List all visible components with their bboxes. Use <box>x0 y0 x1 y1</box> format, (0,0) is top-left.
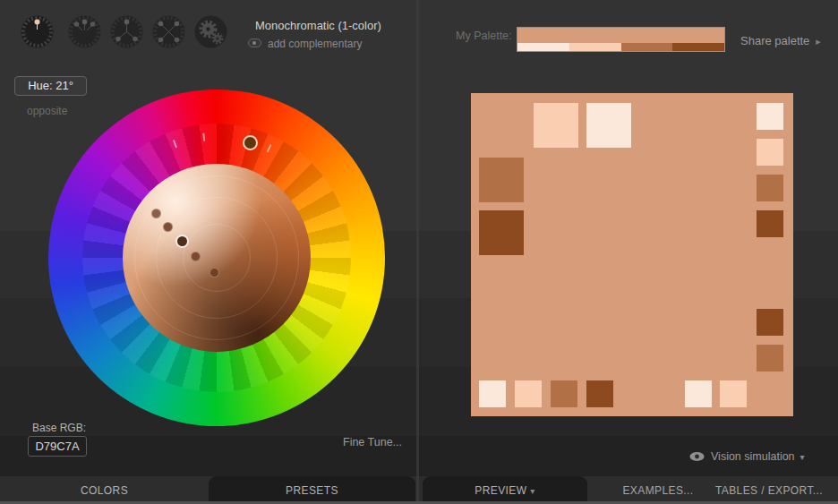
palette-shade-segment[interactable] <box>672 43 724 51</box>
chevron-down-icon: ▾ <box>530 486 534 496</box>
preview-swatch <box>720 380 747 407</box>
tab-preview-text: PREVIEW <box>475 484 526 497</box>
shade-marker[interactable] <box>210 268 219 278</box>
preview-swatch <box>757 309 783 336</box>
my-palette-strip[interactable] <box>517 27 725 52</box>
my-palette-label: My Palette: <box>456 30 512 42</box>
hue-marker[interactable] <box>243 135 258 150</box>
tab-tables-export[interactable]: TABLES / EXPORT... <box>704 484 834 497</box>
scheme-tetrad-button[interactable] <box>152 15 185 48</box>
preview-swatch <box>757 139 783 166</box>
tab-preview-label[interactable]: PREVIEW ▾ <box>423 484 587 497</box>
vision-simulation-control[interactable]: Vision simulation ▾ <box>689 449 805 464</box>
share-palette-label: Share palette <box>740 34 809 47</box>
palette-base-band <box>517 28 724 43</box>
chevron-right-icon: ▸ <box>816 36 821 47</box>
preview-swatch <box>685 380 712 407</box>
preview-swatch <box>515 380 542 407</box>
scheme-triad-button[interactable] <box>110 15 143 48</box>
preview-swatch <box>479 380 506 407</box>
hue-value-button[interactable]: Hue: 21° <box>14 76 87 96</box>
preview-swatch <box>586 380 613 407</box>
palette-shade-segment[interactable] <box>517 43 569 51</box>
scheme-monochromatic-button[interactable] <box>21 15 54 48</box>
preview-swatch <box>479 158 524 202</box>
preview-swatch <box>534 103 578 148</box>
adjacent-colors-dial-icon <box>68 15 101 48</box>
add-complementary-label: add complementary <box>268 38 362 50</box>
palette-shade-segment[interactable] <box>569 43 621 51</box>
fine-tune-link[interactable]: Fine Tune... <box>343 436 402 448</box>
tab-presets-label[interactable]: PRESETS <box>209 484 415 497</box>
share-palette-link[interactable]: Share palette▸ <box>740 34 821 47</box>
scheme-title: Monochromatic (1-color) <box>255 19 381 32</box>
shade-marker[interactable] <box>151 209 161 218</box>
preview-swatch <box>479 210 524 255</box>
preview-swatch <box>586 103 631 148</box>
shade-marker-selected[interactable] <box>175 235 189 248</box>
vision-simulation-label: Vision simulation <box>711 450 795 463</box>
base-rgb-input[interactable] <box>28 436 87 457</box>
preview-swatch <box>757 175 783 201</box>
eye-icon <box>689 451 705 462</box>
add-complementary-radio[interactable] <box>248 38 261 47</box>
tetrad-dial-icon <box>152 15 185 48</box>
triad-dial-icon <box>110 15 143 48</box>
preview-canvas <box>471 93 793 416</box>
gears-icon <box>194 15 227 48</box>
opposite-label[interactable]: opposite <box>27 105 67 117</box>
shade-marker[interactable] <box>163 222 173 232</box>
chevron-down-icon: ▾ <box>800 452 805 462</box>
base-rgb-label: Base RGB: <box>32 422 86 434</box>
preview-swatch <box>757 345 783 372</box>
palette-shade-segment[interactable] <box>621 43 673 51</box>
preview-swatch <box>551 380 577 407</box>
saturation-brightness-disk[interactable] <box>123 164 311 352</box>
shade-marker[interactable] <box>191 252 201 261</box>
tab-colors[interactable]: COLORS <box>0 484 209 497</box>
monochromatic-dial-icon <box>21 15 54 48</box>
panel-divider <box>416 0 419 501</box>
scheme-freestyle-button[interactable] <box>194 15 227 48</box>
preview-swatch <box>757 210 783 237</box>
color-scheme-designer-app: Monochromatic (1-color) add complementar… <box>0 0 838 504</box>
preview-swatch <box>757 103 783 130</box>
scheme-adjacent-button[interactable] <box>68 15 101 48</box>
palette-shades-band <box>517 43 724 51</box>
